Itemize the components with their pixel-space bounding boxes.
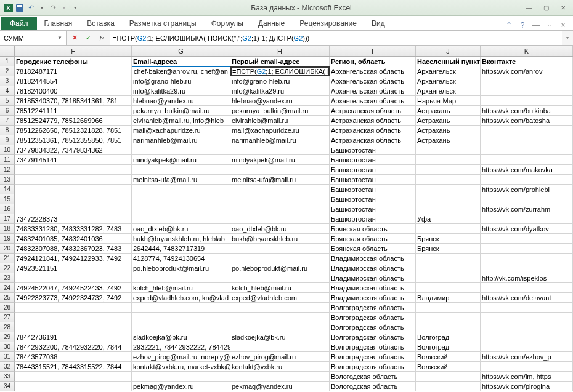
cell[interactable] (132, 372, 230, 382)
cell[interactable]: hlebnao@yandex.ru (230, 96, 330, 106)
row-header[interactable]: 25 (0, 293, 15, 303)
save-icon[interactable] (15, 3, 25, 13)
cell[interactable] (15, 313, 132, 322)
row-header[interactable]: 26 (0, 303, 15, 313)
cell[interactable] (132, 322, 230, 332)
cell[interactable] (416, 175, 481, 185)
cell[interactable]: Архангельск (416, 76, 481, 86)
cell[interactable] (132, 145, 230, 155)
formula-bar-expand-icon[interactable]: ▾ (562, 35, 573, 41)
cell[interactable]: Башкортостан (330, 185, 416, 194)
cell[interactable]: 78512262650, 78512321828, 7851 (15, 126, 132, 135)
cell[interactable]: 78442932200, 78442932220, 7844 (15, 342, 132, 352)
cell[interactable]: 73479834322, 73479834362 (15, 145, 132, 155)
cell[interactable]: po.hleboprodukt@mail.ru (132, 263, 230, 273)
row-header[interactable]: 30 (0, 342, 15, 352)
cell[interactable]: Владимирская область (330, 283, 416, 293)
cell[interactable]: Нарьян-Мар (416, 96, 481, 106)
cell[interactable]: https://vk.com/anrov (481, 66, 573, 76)
cell[interactable] (481, 244, 573, 254)
cell[interactable]: Волгоградская область (330, 342, 416, 352)
row-header[interactable]: 16 (0, 204, 15, 214)
cell[interactable] (15, 382, 132, 391)
cell[interactable]: exped@vladhleb.com (230, 293, 330, 303)
cell[interactable] (481, 145, 573, 155)
maximize-icon[interactable]: ▢ (540, 4, 552, 12)
cell[interactable]: https://vk.com/dyatkov (481, 224, 573, 234)
cell[interactable]: Волгоградская область (330, 332, 416, 342)
cell[interactable] (481, 175, 573, 185)
cell[interactable] (481, 313, 573, 322)
cell[interactable] (481, 214, 573, 224)
row-header[interactable]: 32 (0, 362, 15, 372)
cell[interactable]: kontakt@vxbk.ru (230, 362, 330, 372)
cell[interactable] (416, 303, 481, 313)
cell[interactable]: Владимирская область (330, 273, 416, 283)
cell[interactable]: Владимир (416, 293, 481, 303)
cell[interactable]: Брянск (416, 234, 481, 244)
cell[interactable]: Архангельская область (330, 66, 416, 76)
cell[interactable] (230, 303, 330, 313)
minimize-icon[interactable]: — (522, 4, 535, 12)
tab-view[interactable]: Вид (364, 17, 392, 30)
cell[interactable]: 73479145141 (15, 155, 132, 165)
cell[interactable]: oao_dtxleb@bk.ru (230, 224, 330, 234)
cell[interactable]: mail@xachapuridze.ru (132, 126, 230, 135)
workbook-restore-icon[interactable]: ▫ (545, 20, 555, 30)
cell[interactable]: Астраханская область (330, 116, 416, 126)
cell[interactable]: Владимирская область (330, 254, 416, 263)
cell[interactable]: Архангельская область (330, 76, 416, 86)
cell[interactable] (416, 155, 481, 165)
cell[interactable]: 74923521151 (15, 263, 132, 273)
qat-customize-icon[interactable]: ▼ (70, 3, 80, 13)
row-header[interactable]: 13 (0, 175, 15, 185)
cell[interactable]: 78443577038 (15, 352, 132, 362)
cell[interactable]: info@kalitka29.ru (132, 86, 230, 96)
cell[interactable]: Волгоградская область (330, 303, 416, 313)
cell[interactable]: sladkoejka@bk.ru (132, 332, 230, 342)
cell[interactable]: bukh@bryanskhleb.ru, hleblab (132, 234, 230, 244)
cell[interactable]: Населенный пункт (416, 57, 481, 66)
cell[interactable]: ezhov_pirog@mail.ru (230, 352, 330, 362)
cell[interactable]: pekarnya_bulkin@mail.ru (132, 106, 230, 116)
cell[interactable]: Уфа (416, 214, 481, 224)
cell[interactable] (230, 194, 330, 204)
cell[interactable] (15, 372, 132, 382)
cell[interactable] (481, 86, 573, 96)
cell[interactable]: Астрахань (416, 116, 481, 126)
cell[interactable]: 78442736191 (15, 332, 132, 342)
cell[interactable] (416, 185, 481, 194)
cell[interactable]: Башкортостан (330, 214, 416, 224)
cell[interactable]: Брянская область (330, 244, 416, 254)
cell[interactable]: http://vk.com/ispeklos (481, 273, 573, 283)
cell[interactable]: kolch_hleb@mail.ru (230, 283, 330, 293)
cell[interactable] (230, 322, 330, 332)
cell[interactable] (230, 204, 330, 214)
cell[interactable] (230, 165, 330, 175)
row-header[interactable]: 11 (0, 155, 15, 165)
cell[interactable]: Астраханская область (330, 106, 416, 116)
cell[interactable] (15, 185, 132, 194)
cell[interactable]: 2642444, 74832717319 (132, 244, 230, 254)
row-header[interactable]: 6 (0, 106, 15, 116)
row-header[interactable]: 1 (0, 57, 15, 66)
cell[interactable] (230, 273, 330, 283)
cell[interactable] (230, 185, 330, 194)
row-header[interactable]: 24 (0, 283, 15, 293)
row-header[interactable]: 19 (0, 234, 15, 244)
row-header[interactable]: 28 (0, 322, 15, 332)
row-header[interactable]: 27 (0, 313, 15, 322)
cell[interactable] (481, 234, 573, 244)
cell[interactable] (230, 145, 330, 155)
cell[interactable]: info@kalitka29.ru (230, 86, 330, 96)
cell[interactable]: Башкортостан (330, 204, 416, 214)
cell[interactable] (230, 244, 330, 254)
cell[interactable] (416, 165, 481, 175)
cell[interactable]: Башкортостан (330, 145, 416, 155)
cell[interactable]: Астрахань (416, 106, 481, 116)
tab-data[interactable]: Данные (251, 17, 292, 30)
cell[interactable] (132, 303, 230, 313)
cell[interactable] (132, 185, 230, 194)
cell[interactable]: 78512241111 (15, 106, 132, 116)
cell[interactable]: Архангельская область (330, 86, 416, 96)
